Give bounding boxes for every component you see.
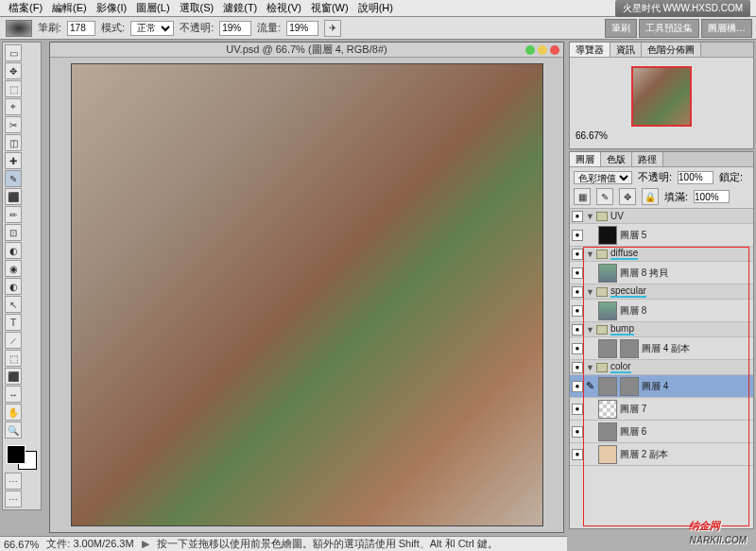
menu-window[interactable]: 視窗(W) xyxy=(306,1,353,15)
visibility-icon[interactable]: ● xyxy=(572,249,583,260)
screenmode-icon[interactable]: ⋯ xyxy=(5,491,22,508)
layer-fill-label: 填滿: xyxy=(664,190,688,204)
tool-path[interactable]: ↖ xyxy=(5,296,22,313)
brush-label: 筆刷: xyxy=(38,21,61,35)
minimize-icon[interactable] xyxy=(525,45,535,55)
tool-hand[interactable]: ✋ xyxy=(5,404,22,421)
status-docsize[interactable]: 文件: 3.00M/26.3M xyxy=(46,537,133,551)
tool-gradient[interactable]: ◐ xyxy=(5,242,22,259)
visibility-icon[interactable]: ● xyxy=(572,449,583,460)
layer-item[interactable]: ●圖層 7 xyxy=(570,398,753,421)
flow-input[interactable] xyxy=(286,21,318,36)
layer-opacity-label: 不透明: xyxy=(638,170,672,184)
color-swatch[interactable] xyxy=(5,443,39,472)
layer-thumb xyxy=(598,400,617,419)
tool-dodge[interactable]: ◐ xyxy=(5,278,22,295)
opacity-input[interactable] xyxy=(219,21,251,36)
navigator-thumbnail[interactable] xyxy=(631,66,692,127)
menu-filter[interactable]: 濾鏡(T) xyxy=(218,1,262,15)
layer-item[interactable]: ●圖層 4 副本 xyxy=(570,337,753,360)
blend-mode-select[interactable]: 正常 xyxy=(130,21,174,36)
close-icon[interactable] xyxy=(550,45,559,55)
menu-view[interactable]: 檢視(V) xyxy=(262,1,306,15)
foreground-color[interactable] xyxy=(7,445,26,464)
tool-crop[interactable]: ✂ xyxy=(5,116,22,133)
quickmask-icon[interactable]: ⋯ xyxy=(5,473,22,490)
tool-shape[interactable]: ⬚ xyxy=(5,350,22,367)
menu-layer[interactable]: 圖層(L) xyxy=(131,1,174,15)
brush-size-input[interactable] xyxy=(67,21,95,36)
tab-navigator[interactable]: 導覽器 xyxy=(570,43,610,57)
layer-item[interactable]: ●圖層 8 xyxy=(570,300,753,322)
tool-stamp[interactable]: ⬛ xyxy=(5,188,22,205)
tool-lasso[interactable]: ⬚ xyxy=(5,80,22,97)
lock-position-icon[interactable]: ✥ xyxy=(619,188,636,205)
visibility-icon[interactable]: ● xyxy=(572,343,583,354)
layer-blend-select[interactable]: 色彩增值 xyxy=(574,171,632,184)
brush-preview-icon[interactable] xyxy=(6,20,32,37)
lock-transparent-icon[interactable]: ▦ xyxy=(574,188,591,205)
tool-pen[interactable]: ⟋ xyxy=(5,332,22,349)
well-tab-layercomps[interactable]: 圖層構… xyxy=(701,19,752,38)
visibility-icon[interactable]: ● xyxy=(572,267,583,279)
visibility-icon[interactable]: ● xyxy=(572,362,583,373)
tab-paths[interactable]: 路徑 xyxy=(632,152,663,166)
lock-all-icon[interactable]: 🔒 xyxy=(642,188,659,205)
document-title-bar[interactable]: UV.psd @ 66.7% (圖層 4, RGB/8#) xyxy=(50,43,563,58)
tab-layers[interactable]: 圖層 xyxy=(570,152,601,166)
layer-opacity-input[interactable] xyxy=(678,171,713,184)
tool-marquee[interactable]: ▭ xyxy=(5,44,22,61)
airbrush-icon[interactable]: ✈ xyxy=(324,20,341,37)
tool-heal[interactable]: ✚ xyxy=(5,152,22,169)
menu-file[interactable]: 檔案(F) xyxy=(4,1,47,15)
layer-fill-input[interactable] xyxy=(694,190,730,203)
visibility-icon[interactable]: ● xyxy=(572,404,583,415)
layer-item[interactable]: ●圖層 5 xyxy=(570,224,753,247)
navigator-zoom[interactable]: 66.67% xyxy=(570,130,608,141)
canvas[interactable] xyxy=(71,63,543,526)
palette-well: 筆刷 工具預設集 圖層構… xyxy=(601,17,756,40)
group-diffuse[interactable]: ●▼diffuse xyxy=(570,247,753,262)
layer-item[interactable]: ●圖層 8 拷貝 xyxy=(570,262,753,284)
layer-item[interactable]: ●圖層 2 副本 xyxy=(570,443,753,466)
menu-help[interactable]: 說明(H) xyxy=(353,1,398,15)
group-color[interactable]: ●▼color xyxy=(570,360,753,375)
visibility-icon[interactable]: ● xyxy=(572,324,583,336)
group-uv[interactable]: ●▼UV xyxy=(570,209,753,224)
tool-brush[interactable]: ✎ xyxy=(5,170,22,187)
lock-pixels-icon[interactable]: ✎ xyxy=(596,188,613,205)
visibility-icon[interactable]: ● xyxy=(572,305,583,317)
visibility-icon[interactable]: ● xyxy=(572,286,583,298)
layer-item[interactable]: ●圖層 6 xyxy=(570,421,753,443)
menu-image[interactable]: 影像(I) xyxy=(92,1,131,15)
layer-item-selected[interactable]: ●✎圖層 4 xyxy=(570,375,753,398)
visibility-icon[interactable]: ● xyxy=(572,381,583,392)
group-bump[interactable]: ●▼bump xyxy=(570,322,753,337)
tool-blur[interactable]: ◉ xyxy=(5,260,22,277)
visibility-icon[interactable]: ● xyxy=(572,426,583,438)
tool-type[interactable]: T xyxy=(5,314,22,331)
tool-wand[interactable]: ⌖ xyxy=(5,98,22,115)
well-tab-brushes[interactable]: 筆刷 xyxy=(605,19,637,38)
tool-eraser[interactable]: ⊡ xyxy=(5,224,22,241)
folder-icon xyxy=(596,325,608,335)
status-zoom[interactable]: 66.67% xyxy=(4,539,39,550)
tool-slice[interactable]: ◫ xyxy=(5,134,22,151)
brush-link-icon[interactable]: ✎ xyxy=(586,380,595,392)
layer-list: ●▼UV ●圖層 5 ●▼diffuse ●圖層 8 拷貝 ●▼specular… xyxy=(570,209,753,528)
well-tab-presets[interactable]: 工具預設集 xyxy=(639,19,699,38)
visibility-icon[interactable]: ● xyxy=(572,211,583,222)
menu-select[interactable]: 選取(S) xyxy=(175,1,219,15)
tab-info[interactable]: 資訊 xyxy=(610,43,642,57)
tool-eyedrop[interactable]: ↔ xyxy=(5,386,22,403)
tab-histogram[interactable]: 色階分佈圖 xyxy=(642,43,701,57)
tool-move[interactable]: ✥ xyxy=(5,62,22,79)
tool-zoom[interactable]: 🔍 xyxy=(5,422,22,439)
maximize-icon[interactable] xyxy=(538,45,547,55)
tab-channels[interactable]: 色版 xyxy=(601,152,632,166)
menu-edit[interactable]: 編輯(E) xyxy=(47,1,92,15)
tool-history-brush[interactable]: ✏ xyxy=(5,206,22,223)
visibility-icon[interactable]: ● xyxy=(572,230,583,241)
group-specular[interactable]: ●▼specular xyxy=(570,284,753,300)
tool-notes[interactable]: ⬛ xyxy=(5,368,22,385)
